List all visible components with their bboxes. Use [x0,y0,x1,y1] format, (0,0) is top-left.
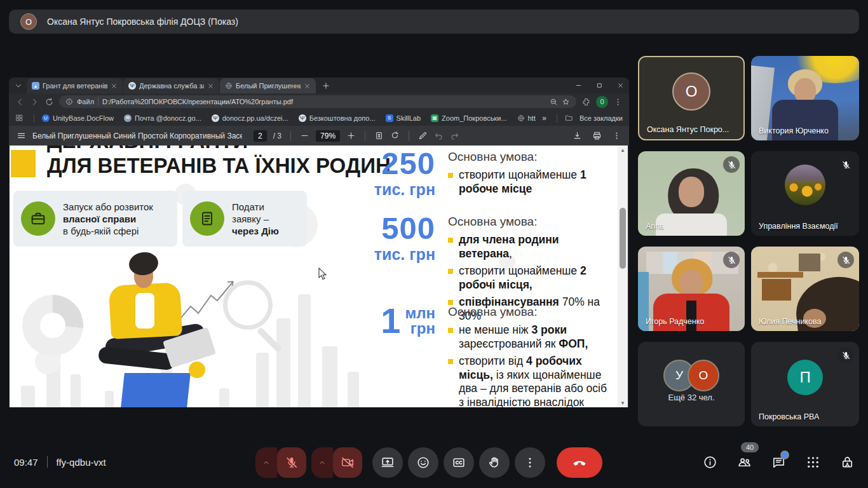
bookmark-item-2[interactable]: Ψdonocz.pp.ua/dczei... [212,114,288,122]
camera-options-button[interactable] [311,447,333,478]
download-icon[interactable] [573,131,582,140]
all-bookmarks-button[interactable]: Все закладки [565,114,623,122]
close-window-button[interactable] [617,82,624,89]
bookmark-item-1[interactable]: ✉Почта @donocz.go... [124,114,201,122]
host-controls-button[interactable] [839,454,855,470]
browser-menu-icon[interactable] [613,97,623,107]
bookmark-item-0[interactable]: UUnityBase.DocFlow [42,114,114,122]
new-tab-button[interactable] [322,81,330,90]
tab-close-icon[interactable] [207,83,214,90]
bookmarks-bar: UUnityBase.DocFlow✉Почта @donocz.go...Ψd… [9,110,629,126]
tab-close-icon[interactable] [111,83,118,90]
tab-search-icon[interactable] [14,81,23,90]
zoom-out-icon[interactable] [550,98,558,106]
participant-name: Anna [646,222,664,231]
shared-screen-browser-window: ▲Грант для ветеранів та членіΨДержавна с… [9,78,629,407]
reactions-button[interactable] [408,447,438,478]
back-icon[interactable] [15,97,25,107]
grant-condition-header: Основна умова: [448,149,612,165]
participant-name: Оксана Янтус Покро... [647,125,729,134]
bookmark-item-4[interactable]: SSkillLab [386,114,421,122]
overflow-avatar-1: О [688,360,719,391]
pdf-zoom-level[interactable]: 79% [316,130,340,142]
illustration-shape [128,250,160,277]
maximize-button[interactable] [596,82,603,89]
participant-tile-7[interactable]: ППокровська РВА [751,342,859,426]
pdf-more-icon[interactable] [612,131,621,140]
extensions-icon[interactable] [581,97,591,107]
redo-icon[interactable] [450,131,459,140]
camera-toggle-button[interactable] [333,447,362,478]
raise-hand-button[interactable] [479,447,510,478]
tab-close-icon[interactable] [304,83,311,90]
slide-title-line1: ДЕРЖАВНІ ГРАНТИ [47,146,248,153]
pdf-menu-icon[interactable] [17,131,26,140]
file-info-icon[interactable] [65,98,73,105]
bookmarks-overflow-chevron[interactable]: » [539,114,549,123]
annotate-icon[interactable] [418,131,428,140]
minimize-button[interactable] [575,82,582,89]
briefcase-icon [21,201,55,236]
more-options-button[interactable] [515,447,545,478]
participant-tile-6[interactable]: УОЕщё 32 чел. [638,342,745,426]
activities-button[interactable] [804,454,821,470]
participant-tile-0[interactable]: ООксана Янтус Покро... [638,56,745,140]
profile-avatar[interactable]: 0 [596,96,608,108]
participant-tile-4[interactable]: Игорь Радченко [638,247,745,331]
slide-card-1: Податизаявку –через Дію [182,191,307,247]
reload-icon[interactable] [44,97,54,107]
people-button[interactable]: 40 [736,454,752,470]
rotate-icon[interactable] [390,131,400,140]
bookmark-star-icon[interactable] [562,98,570,106]
grant-bullet: створити щонайменше 1 робоче місце [448,168,612,196]
browser-tab-strip: ▲Грант для ветеранів та членіΨДержавна с… [9,78,629,93]
clock-time: 09:47 [14,457,38,468]
apps-grid-icon[interactable] [15,114,24,122]
mic-options-button[interactable] [255,447,277,478]
illustration-shape [121,373,191,407]
forward-icon[interactable] [30,97,39,107]
browser-tab-0[interactable]: ▲Грант для ветеранів та члені [27,78,123,93]
participant-name: Юлия Печникова [759,317,822,326]
bookmark-item-3[interactable]: ΨБезкоштовна допо... [299,114,376,122]
bookmark-item-5[interactable]: ▦Zoom_Покровськи... [431,114,506,122]
camera-control [311,447,362,478]
captions-button[interactable] [444,447,474,478]
participant-tile-3[interactable]: Управління Взаємодії [751,151,859,236]
pdf-scrollbar[interactable]: ▲ ▼ [618,146,628,407]
mic-control [255,447,306,478]
bookmark-label: Почта @donocz.go... [135,114,201,122]
lock-person-icon [840,455,855,470]
illustration-shape [44,365,53,374]
pdf-zoom-in-icon[interactable] [346,131,356,140]
undo-icon[interactable] [434,131,444,140]
browser-tab-2[interactable]: Белый Приглушенный Синий [220,78,316,93]
mic-muted-icon [723,156,740,173]
mic-mute-button[interactable] [277,447,306,478]
grant-condition-header: Основна умова: [448,214,612,229]
scrollbar-thumb[interactable] [620,208,626,269]
participant-tile-1[interactable]: Виктория Юрченко [751,56,859,140]
fit-page-icon[interactable] [374,131,384,140]
scroll-down-arrow[interactable]: ▼ [618,398,628,407]
scroll-up-arrow[interactable]: ▲ [618,146,628,154]
illustration-shape [276,318,290,407]
video-decor [799,254,820,271]
url-field[interactable]: Файл D:/Работа%20ПОКРОВСК/презентации/АТ… [59,95,576,108]
print-icon[interactable] [592,131,602,140]
present-screen-button[interactable] [372,447,403,478]
meeting-details-button[interactable] [702,454,718,470]
bookmark-item-6[interactable]: https://usl4web.zo... [517,114,536,122]
participant-tile-5[interactable]: Юлия Печникова [751,247,859,331]
pdf-page-input[interactable]: 2 [254,130,267,142]
video-decor [656,214,727,236]
browser-tab-1[interactable]: ΨДержавна служба зайнятості [123,78,219,93]
call-bottom-bar: 09:47 ffy-qdbu-vxt 40 [0,445,868,488]
participant-avatar: П [787,360,823,395]
end-call-button[interactable] [557,447,602,478]
pdf-zoom-out-icon[interactable] [300,131,309,140]
chat-button[interactable] [770,454,787,470]
camera-off-icon [341,456,355,470]
participant-tile-2[interactable]: Anna [638,151,745,236]
slide-card-0: Запуск або розвитоквласної справив будь-… [13,191,177,247]
